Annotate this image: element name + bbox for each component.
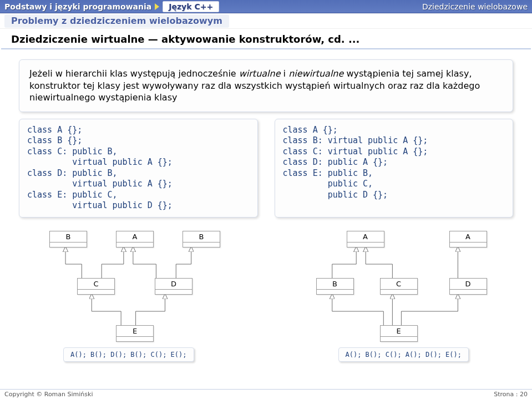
- uml-class-label: A: [116, 231, 153, 243]
- uml-diagram-left: A(); B(); D(); B(); C(); E(); BABCDE: [19, 231, 250, 364]
- uml-class-body: [450, 243, 487, 247]
- uml-class-body: [78, 290, 114, 294]
- section-title: Dziedziczenie wirtualne — aktywowanie ko…: [1, 29, 531, 49]
- uml-class-label: A: [347, 231, 384, 243]
- uml-class-B: B: [316, 278, 354, 295]
- info-panel: Jeżeli w hierarchii klas występują jedno…: [19, 59, 513, 112]
- uml-class-body: [317, 290, 353, 294]
- uml-class-label: E: [116, 326, 153, 337]
- uml-class-E: E: [380, 325, 418, 342]
- uml-class-body: [116, 243, 153, 247]
- uml-class-A: A: [347, 231, 384, 248]
- uml-class-body: [450, 290, 487, 294]
- uml-class-label: D: [155, 279, 192, 290]
- uml-class-A: A: [116, 231, 154, 248]
- subheader-pill: Problemy z dziedziczeniem wielobazowym: [4, 14, 229, 28]
- uml-class-body: [183, 243, 220, 247]
- uml-class-body: [381, 337, 417, 341]
- uml-class-B: B: [183, 231, 220, 248]
- uml-diagram-right: A(); B(); C(); A(); D(); E(); AABCDE: [283, 231, 514, 364]
- language-badge: Język C++: [163, 1, 219, 12]
- uml-class-label: B: [183, 231, 220, 243]
- footer-copyright: Copyright © Roman Simiński: [4, 391, 93, 399]
- uml-class-A: A: [449, 231, 487, 248]
- connectors-left: [19, 231, 250, 364]
- uml-class-label: C: [381, 279, 417, 290]
- uml-class-label: B: [317, 279, 353, 290]
- uml-class-label: E: [381, 326, 417, 337]
- uml-class-label: C: [78, 279, 114, 290]
- code-panel-left: class A {}; class B {}; class C: public …: [19, 119, 258, 218]
- uml-class-E: E: [116, 325, 154, 342]
- arrow-right-icon: [155, 3, 159, 10]
- uml-class-D: D: [155, 278, 192, 295]
- uml-class-body: [155, 290, 192, 294]
- uml-class-body: [116, 337, 153, 341]
- uml-class-body: [50, 243, 87, 247]
- code-panel-right: class A {}; class B: virtual public A {}…: [275, 119, 514, 218]
- uml-class-D: D: [449, 278, 487, 295]
- uml-class-label: B: [50, 231, 87, 243]
- code-row: class A {}; class B {}; class C: public …: [19, 119, 513, 218]
- uml-class-B: B: [49, 231, 87, 248]
- subheader: Problemy z dziedziczeniem wielobazowym: [0, 13, 532, 29]
- uml-class-body: [347, 243, 384, 247]
- header-left: Podstawy i języki programowania Język C+…: [4, 1, 219, 12]
- breadcrumb: Podstawy i języki programowania: [4, 2, 151, 11]
- slide-footer: Copyright © Roman Simiński Strona : 20: [0, 389, 532, 399]
- connectors-right: [283, 231, 514, 364]
- uml-class-label: D: [450, 279, 487, 290]
- header-topic: Dziedziczenie wielobazowe: [422, 2, 528, 11]
- slide-header: Podstawy i języki programowania Język C+…: [0, 0, 532, 13]
- uml-class-C: C: [77, 278, 115, 295]
- info-text: Jeżeli w hierarchii klas występują jedno…: [29, 68, 480, 103]
- uml-class-body: [381, 290, 417, 294]
- uml-class-C: C: [380, 278, 418, 295]
- diagram-row: A(); B(); D(); B(); C(); E(); BABCDE A()…: [19, 231, 513, 364]
- constructor-sequence-right: A(); B(); C(); A(); D(); E();: [338, 347, 469, 362]
- constructor-sequence-left: A(); B(); D(); B(); C(); E();: [63, 347, 194, 362]
- footer-page: Strona : 20: [494, 391, 528, 399]
- uml-class-label: A: [450, 231, 487, 243]
